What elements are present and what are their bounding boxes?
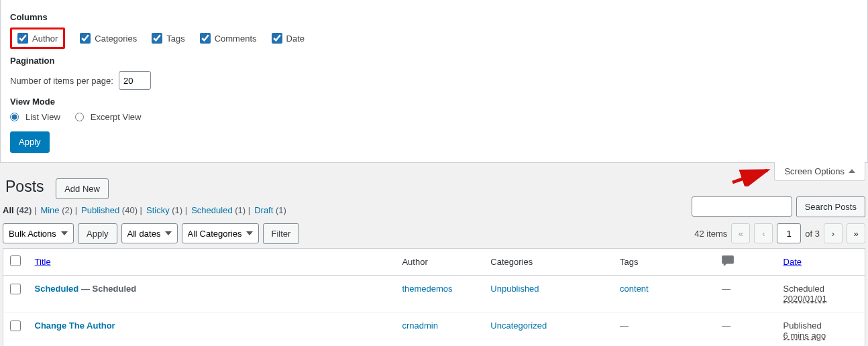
items-count: 42 items [694, 229, 727, 239]
tag-link[interactable]: content [620, 284, 649, 294]
view-mode-row: List View Excerpt View [10, 112, 858, 122]
select-all-checkbox[interactable] [10, 255, 21, 266]
date-value: 2020/01/01 [783, 294, 827, 304]
filter-button[interactable]: Filter [263, 223, 300, 245]
date-status: Scheduled [783, 284, 824, 294]
columns-checkbox-row: Author Categories Tags Comments Date [10, 27, 858, 49]
column-toggle-tags[interactable]: Tags [152, 33, 184, 44]
checkbox-author[interactable] [17, 33, 28, 44]
row-checkbox[interactable] [10, 321, 21, 331]
filter-sticky[interactable]: Sticky (1) [146, 205, 182, 215]
filter-draft[interactable]: Draft (1) [254, 205, 286, 215]
category-filter-select[interactable]: All Categories [182, 223, 259, 243]
column-toggle-comments[interactable]: Comments [200, 33, 257, 44]
post-title-link[interactable]: Change The Author [35, 321, 115, 331]
items-per-page-input[interactable] [119, 71, 151, 90]
column-header-date[interactable]: Date [783, 257, 802, 267]
checkbox-tags[interactable] [152, 33, 162, 44]
radio-excerpt-view[interactable] [75, 113, 84, 121]
column-header-tags: Tags [613, 249, 715, 276]
filter-mine[interactable]: Mine (2) [40, 205, 72, 215]
column-header-categories: Categories [484, 249, 613, 276]
apply-button[interactable]: Apply [10, 131, 50, 153]
first-page-button: « [731, 223, 750, 243]
svg-line-0 [733, 170, 767, 182]
view-mode-excerpt[interactable]: Excerpt View [75, 112, 142, 122]
category-link[interactable]: Uncategorized [490, 321, 547, 331]
search-box: Search Posts [692, 196, 865, 218]
filter-all[interactable]: All (42) [3, 205, 32, 215]
radio-label: Excerpt View [91, 112, 142, 122]
table-row: Change The Author crnadmin Uncategorized… [3, 312, 865, 347]
checkbox-comments[interactable] [200, 33, 211, 44]
chevron-up-icon [849, 169, 855, 173]
screen-options-panel: Columns Author Categories Tags Comments … [0, 0, 868, 163]
main-content: Screen Options Posts Add New Search Post… [0, 163, 868, 347]
radio-label: List View [25, 112, 60, 122]
search-button[interactable]: Search Posts [796, 196, 865, 218]
date-value: 6 mins ago [783, 331, 826, 341]
annotation-arrow-icon [730, 166, 773, 186]
screen-options-tab-label: Screen Options [784, 166, 845, 176]
checkbox-label: Author [32, 34, 58, 44]
search-input[interactable] [692, 196, 792, 217]
current-page-input[interactable] [777, 223, 801, 243]
bulk-actions: Bulk Actions Apply All dates All Categor… [3, 223, 299, 245]
post-title-link[interactable]: Scheduled [35, 284, 79, 294]
comments-cell: — [722, 321, 730, 331]
tablenav-top: Bulk Actions Apply All dates All Categor… [3, 223, 865, 245]
pagination-heading: Pagination [10, 56, 858, 66]
items-per-page-label: Number of items per page: [10, 76, 113, 86]
last-page-button[interactable]: » [847, 223, 865, 243]
row-checkbox[interactable] [10, 284, 21, 294]
checkbox-date[interactable] [272, 33, 282, 44]
posts-table: Title Author Categories Tags Date Schedu… [3, 248, 865, 346]
page-title: Posts [5, 178, 44, 196]
tags-cell: — [620, 321, 629, 331]
columns-heading: Columns [10, 12, 858, 22]
checkbox-label: Tags [166, 34, 184, 44]
column-toggle-author[interactable]: Author [10, 27, 65, 49]
checkbox-label: Comments [215, 34, 257, 44]
author-link[interactable]: crnadmin [402, 321, 437, 331]
radio-list-view[interactable] [10, 113, 19, 121]
view-mode-heading: View Mode [10, 97, 858, 107]
column-toggle-date[interactable]: Date [272, 33, 305, 44]
total-pages-text: of 3 [805, 229, 820, 239]
prev-page-button: ‹ [754, 223, 773, 243]
bulk-apply-button[interactable]: Apply [78, 223, 117, 245]
bulk-actions-select[interactable]: Bulk Actions [3, 223, 74, 243]
column-header-author: Author [395, 249, 484, 276]
checkbox-categories[interactable] [80, 33, 91, 44]
filter-scheduled[interactable]: Scheduled (1) [191, 205, 246, 215]
author-link[interactable]: themedemos [402, 284, 452, 294]
post-state: — Scheduled [78, 284, 136, 294]
checkbox-label: Categories [95, 34, 137, 44]
filter-published[interactable]: Published (40) [81, 205, 138, 215]
pagination: 42 items « ‹ of 3 › » [694, 223, 865, 243]
comments-cell: — [722, 284, 730, 294]
checkbox-label: Date [286, 34, 305, 44]
comment-icon [722, 258, 734, 268]
category-link[interactable]: Unpublished [490, 284, 539, 294]
view-mode-list[interactable]: List View [10, 112, 60, 122]
add-new-button[interactable]: Add New [56, 178, 109, 200]
screen-options-tab[interactable]: Screen Options [774, 162, 865, 181]
column-header-title[interactable]: Title [35, 257, 51, 267]
next-page-button[interactable]: › [824, 223, 843, 243]
table-row: Scheduled — Scheduled themedemos Unpubli… [3, 276, 865, 312]
pagination-row: Number of items per page: [10, 71, 858, 90]
column-toggle-categories[interactable]: Categories [80, 33, 137, 44]
date-filter-select[interactable]: All dates [121, 223, 178, 243]
date-status: Published [783, 321, 822, 331]
